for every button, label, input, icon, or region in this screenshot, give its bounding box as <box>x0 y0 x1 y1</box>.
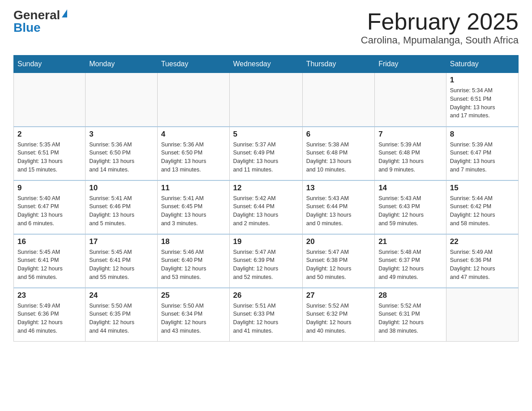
table-row: 6Sunrise: 5:38 AMSunset: 6:48 PMDaylight… <box>302 127 374 180</box>
table-row: 16Sunrise: 5:45 AMSunset: 6:41 PMDayligh… <box>14 234 86 288</box>
table-row <box>302 73 374 127</box>
day-number: 11 <box>161 184 226 193</box>
table-row: 17Sunrise: 5:45 AMSunset: 6:41 PMDayligh… <box>86 234 157 288</box>
table-row: 7Sunrise: 5:39 AMSunset: 6:48 PMDaylight… <box>375 127 446 180</box>
calendar-week-row: 2Sunrise: 5:35 AMSunset: 6:51 PMDaylight… <box>14 127 519 180</box>
table-row <box>446 288 518 342</box>
day-info: Sunrise: 5:47 AMSunset: 6:38 PMDaylight:… <box>306 248 371 282</box>
title-section: February 2025 Carolina, Mpumalanga, Sout… <box>361 9 519 46</box>
day-info: Sunrise: 5:37 AMSunset: 6:49 PMDaylight:… <box>233 141 299 174</box>
day-number: 27 <box>306 291 371 300</box>
day-number: 24 <box>89 291 153 300</box>
day-info: Sunrise: 5:39 AMSunset: 6:47 PMDaylight:… <box>450 141 515 174</box>
table-row: 27Sunrise: 5:52 AMSunset: 6:32 PMDayligh… <box>302 288 374 342</box>
table-row: 8Sunrise: 5:39 AMSunset: 6:47 PMDaylight… <box>446 127 518 180</box>
calendar-week-row: 23Sunrise: 5:49 AMSunset: 6:36 PMDayligh… <box>14 288 519 342</box>
day-info: Sunrise: 5:36 AMSunset: 6:50 PMDaylight:… <box>89 141 153 174</box>
day-number: 16 <box>17 237 82 246</box>
table-row: 19Sunrise: 5:47 AMSunset: 6:39 PMDayligh… <box>229 234 302 288</box>
table-row: 2Sunrise: 5:35 AMSunset: 6:51 PMDaylight… <box>14 127 86 180</box>
logo-arrow-icon <box>62 9 67 17</box>
day-info: Sunrise: 5:41 AMSunset: 6:45 PMDaylight:… <box>161 194 226 228</box>
day-number: 9 <box>17 184 82 193</box>
day-info: Sunrise: 5:45 AMSunset: 6:41 PMDaylight:… <box>17 248 82 282</box>
table-row: 10Sunrise: 5:41 AMSunset: 6:46 PMDayligh… <box>86 180 157 234</box>
day-number: 28 <box>378 291 442 300</box>
day-info: Sunrise: 5:40 AMSunset: 6:47 PMDaylight:… <box>17 194 82 228</box>
col-friday: Friday <box>375 56 446 73</box>
day-number: 12 <box>233 184 299 193</box>
table-row: 1Sunrise: 5:34 AMSunset: 6:51 PMDaylight… <box>446 73 518 127</box>
table-row: 20Sunrise: 5:47 AMSunset: 6:38 PMDayligh… <box>302 234 374 288</box>
day-info: Sunrise: 5:52 AMSunset: 6:32 PMDaylight:… <box>306 302 371 335</box>
table-row: 5Sunrise: 5:37 AMSunset: 6:49 PMDaylight… <box>229 127 302 180</box>
day-number: 14 <box>378 184 442 193</box>
day-info: Sunrise: 5:43 AMSunset: 6:44 PMDaylight:… <box>306 194 371 228</box>
day-info: Sunrise: 5:38 AMSunset: 6:48 PMDaylight:… <box>306 141 371 174</box>
table-row: 26Sunrise: 5:51 AMSunset: 6:33 PMDayligh… <box>229 288 302 342</box>
day-info: Sunrise: 5:48 AMSunset: 6:37 PMDaylight:… <box>378 248 442 282</box>
col-thursday: Thursday <box>302 56 374 73</box>
table-row: 13Sunrise: 5:43 AMSunset: 6:44 PMDayligh… <box>302 180 374 234</box>
day-info: Sunrise: 5:50 AMSunset: 6:34 PMDaylight:… <box>161 302 226 335</box>
calendar-table: Sunday Monday Tuesday Wednesday Thursday… <box>13 55 519 342</box>
table-row: 18Sunrise: 5:46 AMSunset: 6:40 PMDayligh… <box>157 234 229 288</box>
day-number: 1 <box>450 76 515 85</box>
day-info: Sunrise: 5:39 AMSunset: 6:48 PMDaylight:… <box>378 141 442 174</box>
table-row <box>157 73 229 127</box>
day-info: Sunrise: 5:51 AMSunset: 6:33 PMDaylight:… <box>233 302 299 335</box>
day-info: Sunrise: 5:34 AMSunset: 6:51 PMDaylight:… <box>450 86 515 120</box>
day-number: 19 <box>233 237 299 246</box>
day-info: Sunrise: 5:47 AMSunset: 6:39 PMDaylight:… <box>233 248 299 282</box>
table-row: 28Sunrise: 5:52 AMSunset: 6:31 PMDayligh… <box>375 288 446 342</box>
day-number: 15 <box>450 184 515 193</box>
day-number: 7 <box>378 130 442 139</box>
day-number: 22 <box>450 237 515 246</box>
day-number: 3 <box>89 130 153 139</box>
table-row: 25Sunrise: 5:50 AMSunset: 6:34 PMDayligh… <box>157 288 229 342</box>
table-row: 12Sunrise: 5:42 AMSunset: 6:44 PMDayligh… <box>229 180 302 234</box>
day-number: 2 <box>17 130 82 139</box>
day-info: Sunrise: 5:46 AMSunset: 6:40 PMDaylight:… <box>161 248 226 282</box>
day-number: 5 <box>233 130 299 139</box>
day-number: 10 <box>89 184 153 193</box>
page-header: General Blue February 2025 Carolina, Mpu… <box>13 9 519 46</box>
table-row: 22Sunrise: 5:49 AMSunset: 6:36 PMDayligh… <box>446 234 518 288</box>
table-row: 24Sunrise: 5:50 AMSunset: 6:35 PMDayligh… <box>86 288 157 342</box>
col-saturday: Saturday <box>446 56 518 73</box>
day-number: 17 <box>89 237 153 246</box>
location-subtitle: Carolina, Mpumalanga, South Africa <box>361 34 519 46</box>
table-row <box>229 73 302 127</box>
day-info: Sunrise: 5:43 AMSunset: 6:43 PMDaylight:… <box>378 194 442 228</box>
col-sunday: Sunday <box>14 56 86 73</box>
col-tuesday: Tuesday <box>157 56 229 73</box>
day-number: 26 <box>233 291 299 300</box>
col-wednesday: Wednesday <box>229 56 302 73</box>
calendar-week-row: 1Sunrise: 5:34 AMSunset: 6:51 PMDaylight… <box>14 73 519 127</box>
table-row: 14Sunrise: 5:43 AMSunset: 6:43 PMDayligh… <box>375 180 446 234</box>
day-number: 21 <box>378 237 442 246</box>
day-number: 13 <box>306 184 371 193</box>
calendar-week-row: 9Sunrise: 5:40 AMSunset: 6:47 PMDaylight… <box>14 180 519 234</box>
logo-general-text: General <box>13 9 60 21</box>
day-number: 23 <box>17 291 82 300</box>
day-info: Sunrise: 5:52 AMSunset: 6:31 PMDaylight:… <box>378 302 442 335</box>
day-info: Sunrise: 5:41 AMSunset: 6:46 PMDaylight:… <box>89 194 153 228</box>
table-row <box>14 73 86 127</box>
table-row: 9Sunrise: 5:40 AMSunset: 6:47 PMDaylight… <box>14 180 86 234</box>
table-row <box>86 73 157 127</box>
table-row: 21Sunrise: 5:48 AMSunset: 6:37 PMDayligh… <box>375 234 446 288</box>
table-row: 11Sunrise: 5:41 AMSunset: 6:45 PMDayligh… <box>157 180 229 234</box>
day-info: Sunrise: 5:42 AMSunset: 6:44 PMDaylight:… <box>233 194 299 228</box>
day-info: Sunrise: 5:50 AMSunset: 6:35 PMDaylight:… <box>89 302 153 335</box>
table-row <box>375 73 446 127</box>
day-info: Sunrise: 5:35 AMSunset: 6:51 PMDaylight:… <box>17 141 82 174</box>
day-number: 4 <box>161 130 226 139</box>
table-row: 3Sunrise: 5:36 AMSunset: 6:50 PMDaylight… <box>86 127 157 180</box>
table-row: 23Sunrise: 5:49 AMSunset: 6:36 PMDayligh… <box>14 288 86 342</box>
day-info: Sunrise: 5:49 AMSunset: 6:36 PMDaylight:… <box>17 302 82 335</box>
day-number: 6 <box>306 130 371 139</box>
table-row: 4Sunrise: 5:36 AMSunset: 6:50 PMDaylight… <box>157 127 229 180</box>
logo: General Blue <box>13 9 67 34</box>
day-info: Sunrise: 5:44 AMSunset: 6:42 PMDaylight:… <box>450 194 515 228</box>
